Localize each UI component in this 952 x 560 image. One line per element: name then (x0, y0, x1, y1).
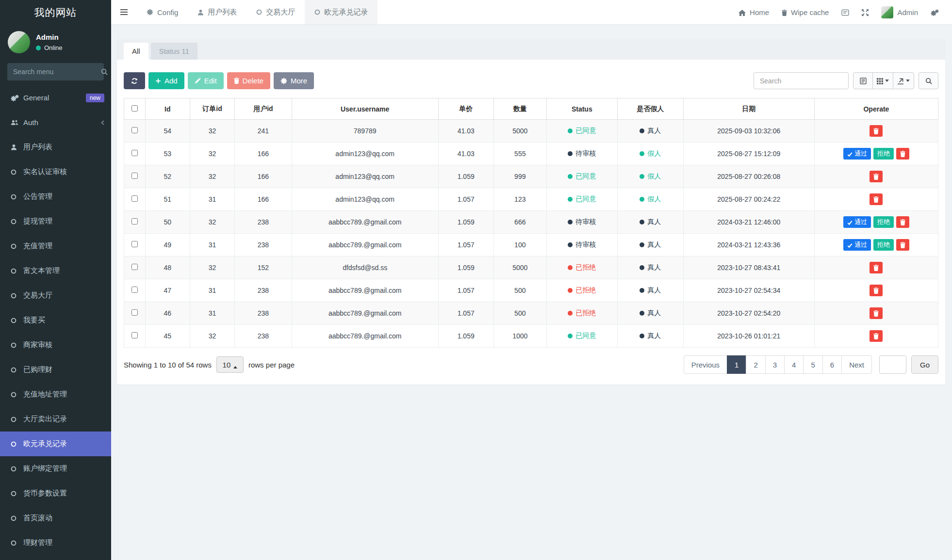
sidebar-item-trade-hall[interactable]: 交易大厅 (0, 283, 111, 308)
operate-buttons (870, 330, 883, 342)
cell-order-id: 31 (190, 279, 234, 302)
row-delete-button[interactable] (870, 330, 883, 342)
fullscreen-toggle[interactable] (855, 0, 875, 24)
page-1[interactable]: 1 (727, 355, 746, 374)
row-checkbox[interactable] (131, 264, 138, 270)
page-jump-input[interactable] (879, 355, 906, 374)
row-delete-button[interactable] (870, 307, 883, 319)
sidebar-item-withdraw[interactable]: 提现管理 (0, 209, 111, 234)
export-button[interactable] (893, 72, 914, 89)
row-delete-button[interactable] (870, 262, 883, 273)
wipe-cache-link[interactable]: Wipe cache (775, 0, 835, 24)
admin-menu[interactable]: Admin (875, 0, 924, 24)
columns-button[interactable] (872, 72, 893, 89)
sidebar-toggle-icon[interactable] (111, 0, 137, 24)
approve-button[interactable]: 通过 (843, 216, 871, 228)
table-search-input[interactable] (754, 72, 849, 89)
fake-text: 真人 (647, 218, 661, 226)
add-button[interactable]: Add (148, 72, 184, 89)
cell-operate (814, 325, 938, 348)
row-delete-button[interactable] (870, 285, 883, 296)
more-button[interactable]: More (274, 72, 314, 89)
row-delete-button[interactable] (896, 239, 909, 251)
sidebar-item-merchant-audit[interactable]: 商家审核 (0, 333, 111, 357)
tab-status-11[interactable]: Status 11 (151, 43, 197, 60)
row-checkbox[interactable] (131, 195, 138, 202)
delete-button[interactable]: Delete (227, 72, 270, 89)
row-checkbox[interactable] (131, 150, 138, 156)
refresh-button[interactable] (124, 72, 145, 89)
language-switch[interactable] (835, 0, 855, 24)
page-5[interactable]: 5 (803, 355, 822, 374)
page-2[interactable]: 2 (746, 355, 765, 374)
sidebar-item-richtext[interactable]: 富文本管理 (0, 258, 111, 283)
row-checkbox[interactable] (131, 287, 138, 293)
page-size-dropdown[interactable]: 10 (216, 356, 244, 373)
sidebar-search-input[interactable] (13, 68, 101, 76)
row-delete-button[interactable] (870, 193, 883, 205)
toggle-view-button[interactable] (853, 72, 873, 89)
sidebar-item-euro-exchange[interactable]: 欧元承兑记录 (0, 432, 111, 456)
row-checkbox[interactable] (131, 309, 138, 316)
cell-is-fake: 真人 (617, 279, 683, 302)
sidebar-item-realname-audit[interactable]: 实名认证审核 (0, 160, 111, 184)
sidebar-item-general[interactable]: Generalnew (0, 85, 111, 110)
page-6[interactable]: 6 (822, 355, 842, 374)
row-delete-button[interactable] (870, 125, 883, 137)
topnav-tab-trade-hall[interactable]: 交易大厅 (246, 0, 305, 24)
sidebar-item-recharge[interactable]: 充值管理 (0, 234, 111, 258)
page-next[interactable]: Next (841, 355, 872, 374)
page-3[interactable]: 3 (765, 355, 785, 374)
search-icon[interactable] (101, 68, 108, 76)
row-delete-button[interactable] (896, 148, 909, 160)
sidebar-item-notice[interactable]: 公告管理 (0, 184, 111, 209)
edit-button[interactable]: Edit (188, 72, 224, 89)
cell-username: admin123@qq.com (292, 188, 438, 211)
cell-operate: 通过拒绝 (814, 234, 938, 256)
user-icon (11, 144, 23, 150)
sidebar-item-account-binding[interactable]: 账户绑定管理 (0, 456, 111, 481)
select-all-checkbox[interactable] (131, 105, 138, 112)
row-checkbox[interactable] (131, 332, 138, 338)
reject-button[interactable]: 拒绝 (873, 148, 894, 160)
page-4[interactable]: 4 (784, 355, 804, 374)
go-button[interactable]: Go (911, 355, 938, 374)
row-checkbox[interactable] (131, 173, 138, 179)
page-previous[interactable]: Previous (684, 355, 727, 374)
topnav-tab-label: Config (157, 8, 178, 16)
approve-button[interactable]: 通过 (843, 239, 871, 251)
row-delete-button[interactable] (870, 171, 883, 182)
topnav-tab-config[interactable]: Config (137, 0, 188, 24)
row-checkbox[interactable] (131, 241, 138, 247)
reject-button[interactable]: 拒绝 (873, 216, 894, 228)
row-checkbox[interactable] (131, 127, 138, 133)
tab-all[interactable]: All (124, 43, 148, 60)
online-dot (36, 46, 41, 50)
sidebar-item-home-scroll[interactable]: 首页滚动 (0, 506, 111, 530)
sidebar-item-currency-params[interactable]: 货币参数设置 (0, 481, 111, 506)
sidebar-item-purchased[interactable]: 已购理财 (0, 357, 111, 382)
approve-button[interactable]: 通过 (843, 148, 871, 160)
sidebar-item-hall-sell-record[interactable]: 大厅卖出记录 (0, 407, 111, 432)
search-submit-button[interactable] (919, 72, 938, 89)
sidebar-item-label: 用户列表 (23, 143, 104, 152)
cell-order-id: 32 (190, 211, 234, 234)
sidebar-item-user-list[interactable]: 用户列表 (0, 135, 111, 160)
fullscreen-icon (862, 8, 869, 16)
row-checkbox[interactable] (131, 218, 138, 224)
settings-menu[interactable] (924, 0, 945, 24)
cell-id: 54 (145, 120, 190, 143)
sidebar-item-finance[interactable]: 理财管理 (0, 530, 111, 555)
cell-user-id: 241 (235, 120, 292, 143)
sidebar-item-recharge-address[interactable]: 充值地址管理 (0, 382, 111, 407)
topnav-tab-euro-exchange[interactable]: 欧元承兑记录 (305, 0, 378, 24)
sidebar-item-want-buy[interactable]: 我要买 (0, 308, 111, 333)
home-link[interactable]: Home (732, 0, 775, 24)
pagination-info: Showing 1 to 10 of 54 rows 10 rows per p… (124, 356, 295, 373)
reject-button[interactable]: 拒绝 (873, 239, 894, 251)
topnav-tab-user-list[interactable]: 用户列表 (188, 0, 246, 24)
row-delete-button[interactable] (896, 216, 909, 228)
cell-user-id: 238 (235, 234, 292, 256)
column-header: 订单id (190, 98, 234, 120)
sidebar-item-auth[interactable]: Auth (0, 110, 111, 135)
